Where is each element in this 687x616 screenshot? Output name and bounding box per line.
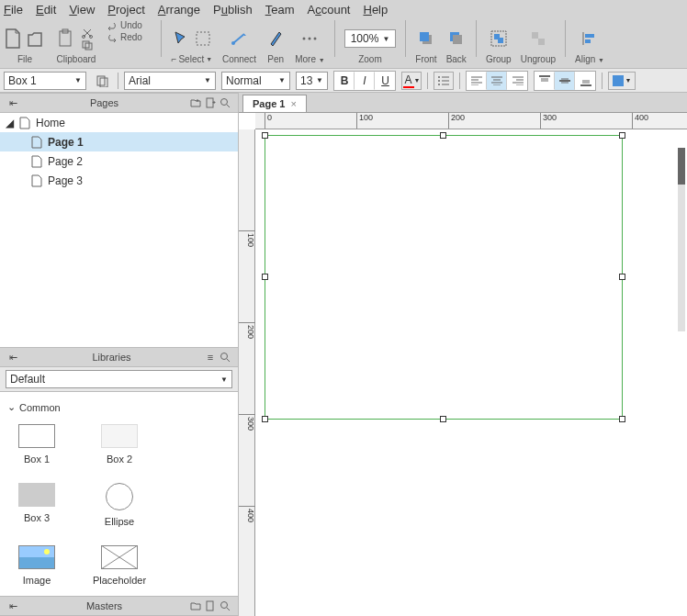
bold-button[interactable]: B	[334, 72, 355, 90]
svg-point-10	[314, 38, 317, 40]
group-icon	[489, 28, 509, 49]
pages-panel-header: ⇤ Pages	[0, 93, 238, 113]
search-pages-icon[interactable]	[218, 95, 232, 110]
library-item-ellipse[interactable]: Ellipse	[92, 483, 147, 527]
library-item-box-3[interactable]: Box 3	[9, 483, 64, 527]
masters-panel-header: ⇤ Masters	[0, 596, 238, 616]
open-file-icon[interactable]	[26, 28, 46, 49]
selection-rectangle[interactable]	[265, 135, 623, 420]
chevron-down-icon: ⌄	[7, 401, 16, 413]
toolbar-pen-group[interactable]: Pen	[265, 20, 286, 64]
page-icon	[19, 117, 30, 129]
tree-page-item[interactable]: Page 3	[0, 171, 238, 190]
scrollbar-thumb[interactable]	[678, 148, 685, 185]
search-libs-icon[interactable]	[218, 350, 232, 364]
search-masters-icon[interactable]	[218, 599, 232, 613]
canvas-area: Page 1 × 0100200300400 100200300400	[239, 93, 687, 616]
text-color-button[interactable]: A▼	[401, 72, 422, 90]
add-master-page-icon[interactable]	[203, 599, 218, 613]
shape-name-dropdown[interactable]: Box 1▼	[4, 72, 86, 90]
fill-color-button[interactable]: ▼	[608, 72, 636, 90]
left-panel: ⇤ Pages ◢ Home Page 1Page 2Page 3 ⇤ Libr…	[0, 93, 239, 616]
add-page-icon[interactable]	[203, 95, 218, 110]
add-master-icon[interactable]	[188, 599, 203, 613]
library-select-row: Default▼	[0, 367, 238, 392]
toolbar-group-group[interactable]: Group	[486, 20, 512, 64]
lib-section-common[interactable]: ⌄Common	[6, 398, 232, 417]
tree-root-home[interactable]: ◢ Home	[0, 113, 238, 132]
page-tab[interactable]: Page 1 ×	[242, 95, 307, 112]
valign-middle-button[interactable]	[555, 72, 575, 90]
resize-handle-ne[interactable]	[619, 132, 625, 139]
svg-rect-19	[538, 39, 545, 45]
new-file-icon[interactable]	[4, 28, 24, 49]
menu-edit[interactable]: Edit	[36, 3, 56, 17]
zoom-dropdown[interactable]: 100%▼	[344, 29, 397, 48]
collapse-icon[interactable]: ⇤	[6, 95, 20, 110]
menu-team[interactable]: Team	[265, 3, 295, 17]
toolbar-zoom-group: 100%▼ Zoom	[344, 20, 397, 64]
menu-help[interactable]: Help	[363, 3, 388, 17]
library-dropdown[interactable]: Default▼	[6, 370, 232, 388]
redo-button[interactable]: Redo	[107, 32, 142, 42]
resize-handle-n[interactable]	[440, 132, 446, 139]
library-item-placeholder[interactable]: Placeholder	[92, 545, 147, 586]
copy-style-icon[interactable]	[92, 72, 112, 90]
library-body: ⌄Common Box 1Box 2Box 3EllipseImagePlace…	[0, 392, 238, 596]
menu-project[interactable]: Project	[107, 3, 144, 17]
collapse-masters-icon[interactable]: ⇤	[6, 599, 20, 613]
toolbar-ungroup-group[interactable]: Ungroup	[521, 20, 556, 64]
main-toolbar: File Clipboard Undo Redo ⌐Select▼ Connec…	[0, 18, 687, 69]
font-weight-dropdown[interactable]: Normal▼	[221, 72, 290, 90]
resize-handle-sw[interactable]	[262, 416, 268, 422]
lib-menu-icon[interactable]: ≡	[203, 350, 218, 364]
more-icon	[299, 28, 320, 49]
resize-handle-s[interactable]	[440, 416, 446, 422]
close-tab-icon[interactable]: ×	[290, 98, 296, 109]
toolbar-front-group[interactable]: Front	[415, 20, 436, 64]
resize-handle-nw[interactable]	[262, 132, 268, 139]
scrollbar-vertical[interactable]	[678, 148, 685, 331]
svg-rect-6	[197, 32, 209, 45]
page-icon	[31, 136, 42, 149]
tree-page-item[interactable]: Page 2	[0, 151, 238, 171]
toolbar-select-group[interactable]: ⌐Select▼	[171, 20, 213, 64]
align-left-button[interactable]	[467, 72, 487, 90]
svg-rect-12	[420, 32, 429, 41]
menu-publish[interactable]: Publish	[213, 3, 253, 17]
italic-button[interactable]: I	[355, 72, 375, 90]
resize-handle-se[interactable]	[619, 416, 625, 422]
bullet-list-button[interactable]	[434, 72, 454, 90]
menu-account[interactable]: Account	[308, 3, 351, 17]
collapse-libs-icon[interactable]: ⇤	[6, 350, 20, 364]
resize-handle-e[interactable]	[619, 274, 625, 280]
library-item-image[interactable]: Image	[9, 545, 64, 586]
library-item-box-1[interactable]: Box 1	[9, 424, 64, 465]
svg-point-9	[309, 38, 311, 40]
valign-top-button[interactable]	[535, 72, 555, 90]
menu-arrange[interactable]: Arrange	[158, 3, 200, 17]
toolbar-align-group[interactable]: Align ▼	[575, 20, 604, 64]
add-folder-icon[interactable]	[188, 95, 203, 110]
menu-view[interactable]: View	[69, 3, 95, 17]
toolbar-back-group[interactable]: Back	[446, 20, 467, 64]
valign-bottom-button[interactable]	[575, 72, 595, 90]
toolbar-connect-group[interactable]: Connect	[222, 20, 256, 64]
svg-point-55	[221, 353, 228, 360]
tree-page-item[interactable]: Page 1	[0, 132, 238, 151]
toolbar-more-group[interactable]: More ▼	[295, 20, 325, 64]
font-size-dropdown[interactable]: 13▼	[296, 72, 328, 90]
align-center-button[interactable]	[487, 72, 507, 90]
library-item-box-2[interactable]: Box 2	[92, 424, 147, 465]
align-right-button[interactable]	[507, 72, 527, 90]
font-family-dropdown[interactable]: Arial▼	[124, 72, 216, 90]
paste-icon[interactable]	[55, 28, 75, 49]
cut-icon[interactable]	[77, 28, 97, 39]
menu-file[interactable]: File	[4, 3, 23, 17]
resize-handle-w[interactable]	[262, 274, 268, 280]
copy-icon[interactable]	[77, 39, 97, 50]
undo-button[interactable]: Undo	[107, 20, 142, 30]
underline-button[interactable]: U	[375, 72, 395, 90]
svg-point-29	[438, 84, 440, 85]
canvas[interactable]	[255, 129, 687, 616]
